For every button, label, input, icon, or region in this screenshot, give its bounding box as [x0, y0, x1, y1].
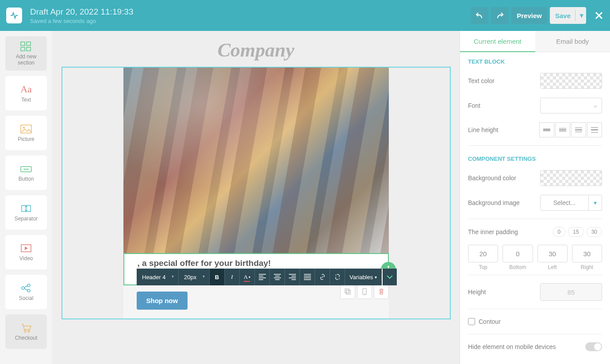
- unlink-button[interactable]: [330, 269, 345, 285]
- link-button[interactable]: [315, 269, 330, 285]
- button-icon: [20, 163, 32, 174]
- tab-email-body[interactable]: Email body: [535, 31, 610, 52]
- sidebar-label: Add new section: [16, 53, 37, 66]
- label-font: Font: [468, 102, 540, 109]
- collapse-toolbar-button[interactable]: [382, 269, 397, 285]
- bg-image-caret[interactable]: ▾: [589, 195, 602, 211]
- svg-rect-1: [27, 42, 31, 46]
- shop-now-button[interactable]: Shop now: [137, 292, 188, 310]
- sidebar-item-video[interactable]: Video: [5, 235, 47, 269]
- align-center-icon: [274, 274, 281, 280]
- close-icon: [594, 11, 604, 20]
- sidebar-label: Video: [19, 255, 33, 262]
- preset-0[interactable]: 0: [553, 227, 566, 237]
- save-caret-icon[interactable]: ▾: [575, 10, 583, 21]
- svg-rect-3: [27, 47, 31, 51]
- align-center-button[interactable]: [270, 269, 285, 285]
- label-right: Right: [572, 264, 602, 270]
- save-label: Save: [555, 12, 571, 19]
- close-button[interactable]: [594, 11, 604, 20]
- svg-point-22: [364, 293, 365, 294]
- svg-point-13: [27, 284, 30, 287]
- picture-icon: [20, 124, 32, 134]
- section-heading-component: COMPONENT SETTINGS: [460, 149, 610, 166]
- sidebar-item-separator[interactable]: Separator: [5, 195, 47, 230]
- italic-button[interactable]: I: [225, 269, 240, 285]
- line-height-normal[interactable]: [555, 122, 570, 137]
- label-top: Top: [468, 264, 498, 270]
- svg-point-7: [24, 168, 25, 170]
- align-right-button[interactable]: [285, 269, 300, 285]
- svg-point-14: [27, 289, 30, 292]
- copy-icon: [344, 288, 351, 295]
- sidebar-label: Button: [19, 176, 34, 182]
- sidebar-item-text[interactable]: Aa Text: [5, 76, 47, 110]
- text-color-button[interactable]: A▾: [240, 269, 255, 285]
- align-left-button[interactable]: [255, 269, 270, 285]
- section-heading-text-block: TEXT BLOCK: [460, 52, 610, 68]
- text-block-title[interactable]: , a special offer for your birthday!: [138, 258, 375, 268]
- variables-dropdown[interactable]: Variables ▾: [345, 274, 382, 281]
- mobile-preview-button[interactable]: [357, 284, 372, 299]
- align-right-icon: [289, 274, 296, 280]
- variables-label: Variables: [349, 274, 373, 281]
- sidebar-item-add-section[interactable]: Add new section: [5, 36, 47, 71]
- hero-image[interactable]: [123, 68, 389, 253]
- svg-rect-2: [21, 47, 25, 51]
- company-logo-text: Company: [52, 39, 460, 61]
- font-size-select[interactable]: 20px: [179, 269, 209, 285]
- font-select[interactable]: [540, 98, 602, 114]
- height-input[interactable]: [540, 283, 602, 301]
- padding-top-input[interactable]: [468, 245, 498, 262]
- sidebar-item-picture[interactable]: Picture: [5, 116, 47, 150]
- text-icon: Aa: [20, 83, 32, 95]
- contour-checkbox[interactable]: [468, 318, 475, 325]
- align-justify-button[interactable]: [300, 269, 315, 285]
- svg-point-12: [22, 287, 24, 289]
- svg-point-5: [23, 127, 25, 129]
- sidebar-label: Text: [21, 97, 31, 103]
- app-header: Draft Apr 20, 2022 11:19:33 Saved a few …: [0, 0, 610, 31]
- mobile-icon: [361, 288, 368, 295]
- bg-color-swatch[interactable]: [540, 170, 602, 186]
- align-left-icon: [259, 274, 266, 280]
- tab-current-element[interactable]: Current element: [460, 31, 535, 52]
- bold-button[interactable]: B: [210, 269, 225, 285]
- preset-30[interactable]: 30: [587, 227, 602, 237]
- hide-mobile-toggle[interactable]: [585, 342, 602, 351]
- line-height-xloose[interactable]: [587, 122, 602, 137]
- chevron-down-icon: ▾: [375, 275, 377, 280]
- svg-line-16: [24, 288, 27, 290]
- heading-select[interactable]: Header 4: [137, 269, 178, 285]
- padding-right-input[interactable]: [572, 245, 602, 262]
- duplicate-button[interactable]: [340, 284, 355, 299]
- align-justify-icon: [304, 274, 311, 280]
- redo-button[interactable]: [491, 7, 509, 24]
- social-icon: [20, 283, 32, 293]
- delete-button[interactable]: [374, 284, 389, 299]
- label-bg-image: Background image: [468, 199, 540, 206]
- label-contour: Contour: [479, 318, 501, 325]
- sidebar-item-button[interactable]: Button: [5, 155, 47, 190]
- sidebar-label: Separator: [15, 216, 38, 222]
- text-color-swatch[interactable]: [540, 73, 602, 89]
- label-height: Height: [468, 288, 540, 296]
- padding-bottom-input[interactable]: [503, 245, 533, 262]
- undo-icon: [476, 11, 483, 19]
- sidebar-item-social[interactable]: Social: [5, 275, 47, 309]
- svg-point-17: [24, 330, 26, 332]
- email-canvas[interactable]: Company , a special offer for your birth…: [52, 31, 460, 364]
- padding-left-input[interactable]: [537, 245, 568, 262]
- grid-icon: [20, 41, 32, 52]
- label-bg-color: Background color: [468, 174, 540, 182]
- undo-button[interactable]: [471, 7, 488, 24]
- bg-image-select[interactable]: Select...: [540, 195, 589, 211]
- line-height-loose[interactable]: [571, 122, 586, 137]
- label-line-height: Line height: [468, 126, 539, 133]
- save-button[interactable]: Save ▾: [550, 7, 586, 24]
- sidebar-item-checkout[interactable]: Checkout: [5, 315, 47, 349]
- preview-button[interactable]: Preview: [511, 7, 547, 24]
- line-height-tight[interactable]: [539, 122, 554, 137]
- title-block: Draft Apr 20, 2022 11:19:33 Saved a few …: [30, 7, 471, 24]
- preset-15[interactable]: 15: [568, 227, 583, 237]
